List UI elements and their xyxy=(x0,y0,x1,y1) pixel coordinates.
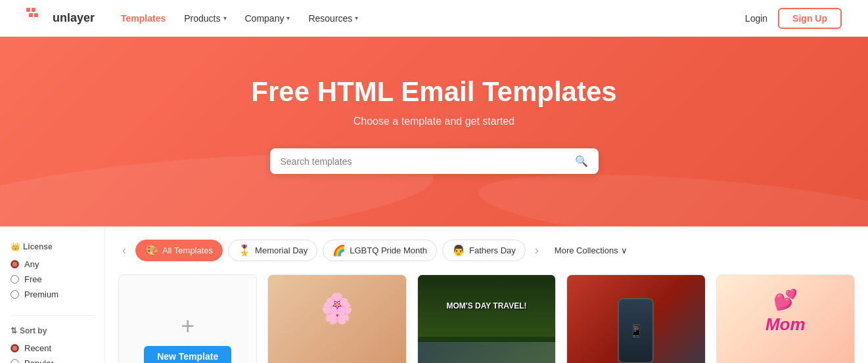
logo[interactable]: unlayer xyxy=(26,8,95,29)
fathers-day-icon: 👨 xyxy=(452,244,465,257)
navbar: unlayer Templates Products ▾ Company ▾ R… xyxy=(0,0,868,37)
template-card[interactable]: Premium MOM'S DAY TRAVEL! Let's Make Mom… xyxy=(417,274,556,363)
sort-section: ⇅ Sort by Recent Popular Top Rated xyxy=(11,326,94,363)
collection-fathers-day[interactable]: 👨 Fathers Day xyxy=(442,240,526,261)
new-template-card[interactable]: + New Template xyxy=(118,274,257,363)
template-card[interactable]: Premium 🌸 Like Your Mother New Arrivals xyxy=(267,274,406,363)
license-premium[interactable]: Premium xyxy=(11,289,94,299)
template-thumbnail: MOM'S DAY TRAVEL! Let's Make Mom's Trave… xyxy=(418,275,555,363)
phone-mockup: 📱 xyxy=(618,298,654,363)
more-collections-button[interactable]: More Collections ∨ xyxy=(548,242,634,259)
collection-all-templates[interactable]: 🎨 All Templates xyxy=(135,240,223,261)
signup-button[interactable]: Sign Up xyxy=(778,8,842,29)
sort-section-title: ⇅ Sort by xyxy=(11,326,94,335)
hero-section: Free HTML Email Templates Choose a templ… xyxy=(0,37,868,226)
template-card[interactable]: 📱 CELEBRATE MOM Celebrate Mom xyxy=(566,274,705,363)
svg-rect-0 xyxy=(26,8,30,12)
chevron-down-icon: ▾ xyxy=(355,14,358,22)
chevron-down-icon: ▾ xyxy=(223,14,227,22)
login-button[interactable]: Login xyxy=(745,13,767,24)
collections-next-button[interactable]: › xyxy=(531,241,543,260)
plus-icon: + xyxy=(181,314,194,338)
content-area: 👑 License Any Free Premium ⇅ Sort by xyxy=(0,226,868,363)
template-thumbnail: 🌸 Like Your Mother xyxy=(268,275,405,363)
logo-text: unlayer xyxy=(53,11,95,25)
sidebar: 👑 License Any Free Premium ⇅ Sort by xyxy=(0,226,105,363)
license-free[interactable]: Free xyxy=(11,274,94,284)
svg-rect-1 xyxy=(32,8,35,12)
hero-title: Free HTML Email Templates xyxy=(26,76,842,108)
template-thumbnail: 📱 CELEBRATE MOM xyxy=(567,275,704,363)
nav-templates[interactable]: Templates xyxy=(121,13,166,24)
lgbtq-pride-icon: 🌈 xyxy=(332,244,346,257)
collections-row: ‹ 🎨 All Templates 🎖️ Memorial Day 🌈 LGBT… xyxy=(118,240,855,261)
sort-popular[interactable]: Popular xyxy=(11,358,94,363)
memorial-day-icon: 🎖️ xyxy=(238,244,251,257)
nav-company[interactable]: Company ▾ xyxy=(245,13,290,24)
template-preview-headline: MOM'S DAY TRAVEL! xyxy=(447,301,527,310)
collections-prev-button[interactable]: ‹ xyxy=(118,241,130,260)
license-icon: 👑 xyxy=(11,242,20,251)
nav-products[interactable]: Products ▾ xyxy=(184,13,226,24)
sort-filter: Recent Popular Top Rated Editor's Pick xyxy=(11,343,94,363)
license-any[interactable]: Any xyxy=(11,259,94,269)
main-content: ‹ 🎨 All Templates 🎖️ Memorial Day 🌈 LGBT… xyxy=(105,226,868,363)
template-card[interactable]: 💕 Mom You're Appreciated! Mom xyxy=(716,274,855,363)
unlayer-logo-icon xyxy=(26,8,47,29)
hero-subtitle: Choose a template and get started xyxy=(26,116,842,127)
license-filter: Any Free Premium xyxy=(11,259,94,299)
search-input[interactable] xyxy=(281,156,575,167)
nav-links: Templates Products ▾ Company ▾ Resources… xyxy=(121,13,745,24)
template-preview-mom-text: Mom xyxy=(717,314,854,335)
nav-resources[interactable]: Resources ▾ xyxy=(308,13,358,24)
new-template-button[interactable]: New Template xyxy=(144,346,231,363)
template-preview-icon: 🌸 xyxy=(324,291,350,316)
collection-lgbtq-pride[interactable]: 🌈 LGBTQ Pride Month xyxy=(323,240,437,261)
chevron-down-icon: ∨ xyxy=(621,246,628,255)
navbar-actions: Login Sign Up xyxy=(745,8,842,29)
search-bar: 🔍 xyxy=(270,148,599,174)
template-preview-bg: MOM'S DAY TRAVEL! xyxy=(418,275,555,337)
sort-icon: ⇅ xyxy=(11,326,17,335)
svg-rect-2 xyxy=(29,13,33,17)
template-thumbnail: 💕 Mom You're Appreciated! xyxy=(717,275,854,363)
sidebar-divider xyxy=(11,315,94,316)
template-grid: + New Template Premium 🌸 Like Your Mothe… xyxy=(118,274,855,363)
collection-memorial-day[interactable]: 🎖️ Memorial Day xyxy=(228,240,317,261)
chevron-down-icon: ▾ xyxy=(286,14,290,22)
sort-recent[interactable]: Recent xyxy=(11,343,94,353)
svg-rect-3 xyxy=(34,13,38,17)
all-templates-icon: 🎨 xyxy=(145,244,158,257)
search-icon[interactable]: 🔍 xyxy=(575,155,588,167)
license-section-title: 👑 License xyxy=(11,242,94,251)
template-preview-emoji: 💕 xyxy=(774,288,797,310)
